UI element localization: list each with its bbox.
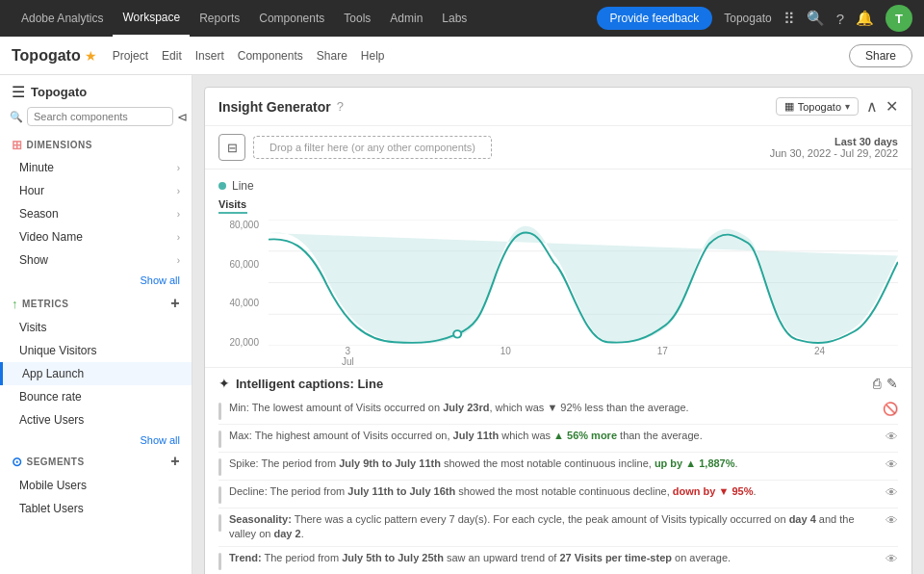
caption-row-spike: Spike: The period from July 9th to July …: [218, 453, 898, 481]
sidebar-title: Topogato: [31, 85, 87, 99]
caption-row-min: Min: The lowest amount of Visits occurre…: [218, 397, 898, 425]
provide-feedback-button[interactable]: Provide feedback: [597, 7, 713, 30]
panel-collapse-button[interactable]: ∧: [866, 97, 878, 116]
eye-icon-decline[interactable]: 👁: [886, 484, 898, 502]
sidebar-item-show[interactable]: Show ›: [0, 248, 192, 272]
table-icon: ▦: [784, 100, 794, 113]
chart-type-label: Line: [232, 179, 254, 193]
date-range-label: Last 30 days: [770, 136, 898, 147]
nav-item-reports[interactable]: Reports: [190, 12, 249, 25]
subnav-help[interactable]: Help: [361, 49, 385, 63]
sidebar: ☰ Topogato 🔍 ⊲ ⊞ DIMENSIONS Minute › Hou…: [0, 75, 192, 574]
sidebar-item-hour[interactable]: Hour ›: [0, 179, 192, 202]
add-segment-icon[interactable]: +: [170, 453, 180, 470]
caption-bar-seasonality: [218, 514, 221, 532]
sidebar-item-visits[interactable]: Visits: [0, 316, 192, 339]
nav-item-admin[interactable]: Admin: [380, 12, 432, 25]
search-small-icon: 🔍: [10, 111, 23, 123]
eye-icon-max[interactable]: 👁: [886, 429, 898, 446]
sidebar-item-season[interactable]: Season ›: [0, 202, 192, 225]
wand-icon: ✦: [218, 376, 230, 391]
dimensions-label: ⊞ DIMENSIONS: [0, 134, 192, 156]
sidebar-item-active-users[interactable]: Active Users: [0, 408, 192, 431]
metrics-label: ↑ METRICS +: [0, 291, 192, 316]
chevron-right-icon: ›: [177, 232, 180, 243]
top-nav: Adobe Analytics Workspace Reports Compon…: [0, 0, 924, 37]
star-icon[interactable]: ★: [85, 48, 97, 64]
svg-point-5: [453, 330, 461, 337]
sub-nav: Topogato ★ Project Edit Insert Component…: [0, 37, 924, 75]
y-axis: 80,000 60,000 40,000 20,000: [218, 220, 265, 348]
sidebar-item-minute[interactable]: Minute ›: [0, 156, 192, 179]
nav-item-labs[interactable]: Labs: [432, 12, 476, 25]
sidebar-item-app-launch[interactable]: App Launch: [0, 362, 192, 385]
share-button[interactable]: Share: [849, 44, 912, 67]
sidebar-item-tablet-users[interactable]: Tablet Users: [0, 497, 192, 520]
caption-bar-decline: [218, 486, 221, 504]
caption-text-min: Min: The lowest amount of Visits occurre…: [229, 401, 875, 415]
captions-edit-button[interactable]: ✎: [886, 376, 898, 391]
filter-segment-icon[interactable]: ⊟: [218, 134, 245, 161]
chart-area: Visits 80,000 60,000 40,000 20,000: [218, 198, 898, 367]
x-axis: 3Jul 10 17 24: [269, 346, 898, 367]
filter-icon[interactable]: ⊲: [177, 110, 188, 124]
caption-row-max: Max: The highest amount of Visits occurr…: [218, 425, 898, 453]
eye-icon-seasonality[interactable]: 👁: [886, 512, 898, 530]
subnav-project[interactable]: Project: [113, 49, 148, 63]
eye-slash-icon-min[interactable]: 🚫: [883, 401, 898, 418]
metrics-icon: ↑: [12, 297, 18, 311]
component-search-input[interactable]: [27, 107, 173, 126]
caption-text-seasonality: Seasonality: There was a cyclic pattern …: [229, 512, 878, 542]
nav-item-tools[interactable]: Tools: [334, 12, 380, 25]
caption-row-trend: Trend: The period from July 5th to July …: [218, 547, 898, 574]
caption-bar-trend: [218, 553, 221, 570]
grid-icon[interactable]: ⠿: [783, 10, 795, 28]
filter-bar: ⊟ Drop a filter here (or any other compo…: [205, 126, 911, 170]
eye-icon-trend[interactable]: 👁: [886, 551, 898, 568]
sidebar-header: ☰ Topogato: [0, 75, 192, 107]
y-value-40k: 40,000: [229, 298, 259, 308]
search-icon[interactable]: 🔍: [807, 10, 825, 27]
dimensions-icon: ⊞: [12, 138, 23, 152]
caption-text-spike: Spike: The period from July 9th to July …: [229, 457, 878, 471]
sidebar-panel-icon: ☰: [12, 83, 25, 101]
segments-section: ⊙ SEGMENTS + Mobile Users Tablet Users: [0, 449, 192, 520]
captions-export-button[interactable]: ⎙: [873, 376, 881, 391]
insight-panel-header: Insight Generator ? ▦ Topogato ▾ ∧ ✕: [205, 88, 911, 126]
filter-drop-zone[interactable]: Drop a filter here (or any other compone…: [253, 136, 492, 159]
workspace-badge[interactable]: ▦ Topogato ▾: [776, 97, 859, 116]
dimensions-section: ⊞ DIMENSIONS Minute › Hour › Season › Vi…: [0, 134, 192, 289]
subnav-components[interactable]: Components: [238, 49, 303, 63]
help-icon[interactable]: ?: [836, 11, 844, 27]
captions-title: Intelligent captions: Line: [236, 377, 383, 391]
bell-icon[interactable]: 🔔: [856, 10, 874, 27]
panel-close-button[interactable]: ✕: [886, 97, 898, 116]
dimensions-show-all[interactable]: Show all: [0, 272, 192, 289]
eye-icon-spike[interactable]: 👁: [886, 457, 898, 474]
caption-bar-spike: [218, 458, 221, 476]
sidebar-item-mobile-users[interactable]: Mobile Users: [0, 474, 192, 497]
visits-y-label: Visits: [218, 198, 247, 214]
metrics-show-all[interactable]: Show all: [0, 431, 192, 449]
date-range: Last 30 days Jun 30, 2022 - Jul 29, 2022: [770, 136, 898, 159]
y-value-60k: 60,000: [229, 259, 259, 270]
nav-item-adobe[interactable]: Adobe Analytics: [12, 12, 113, 25]
subnav-insert[interactable]: Insert: [195, 49, 224, 63]
chevron-down-icon: ▾: [845, 101, 850, 112]
subnav-edit[interactable]: Edit: [162, 49, 182, 63]
sidebar-item-bounce-rate[interactable]: Bounce rate: [0, 385, 192, 408]
chevron-right-icon: ›: [177, 163, 180, 173]
line-chart-svg: [269, 220, 898, 346]
sidebar-item-unique-visitors[interactable]: Unique Visitors: [0, 339, 192, 362]
metrics-section: ↑ METRICS + Visits Unique Visitors App L…: [0, 291, 192, 449]
content-area: Insight Generator ? ▦ Topogato ▾ ∧ ✕ ⊟ D…: [192, 75, 924, 574]
main-layout: ☰ Topogato 🔍 ⊲ ⊞ DIMENSIONS Minute › Hou…: [0, 75, 924, 574]
topogato-label: Topogato: [724, 12, 771, 25]
nav-item-components[interactable]: Components: [249, 12, 334, 25]
add-metric-icon[interactable]: +: [170, 295, 180, 312]
nav-item-workspace[interactable]: Workspace: [113, 0, 190, 37]
help-circle-icon[interactable]: ?: [337, 99, 344, 114]
subnav-share[interactable]: Share: [317, 49, 347, 63]
avatar[interactable]: T: [886, 5, 912, 32]
sidebar-item-video-name[interactable]: Video Name ›: [0, 225, 192, 248]
